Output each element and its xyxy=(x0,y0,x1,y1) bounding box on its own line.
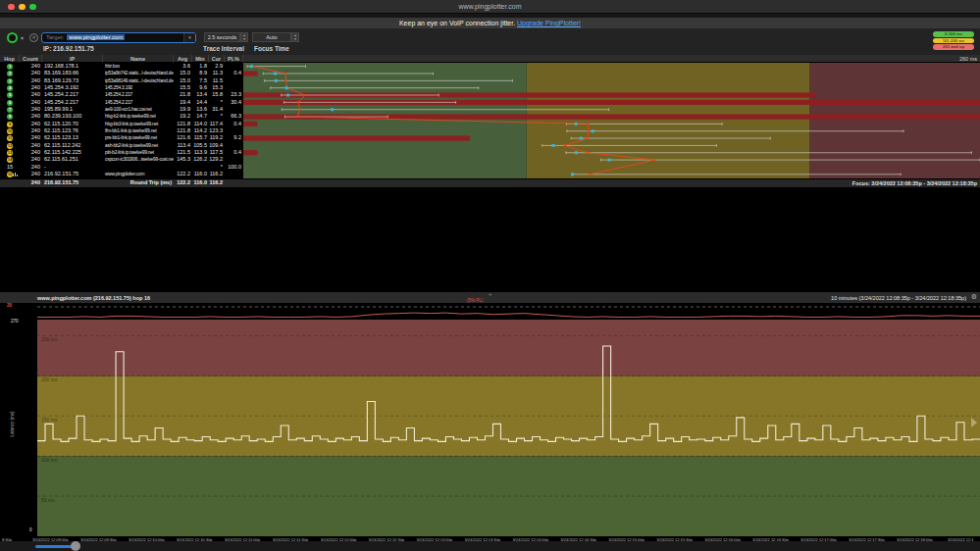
avg-cell: 19.9 xyxy=(174,106,192,113)
target-dropdown-icon[interactable]: ▾ xyxy=(183,33,195,42)
hop-latency-graph[interactable] xyxy=(243,63,980,178)
min-cell: 1.8 xyxy=(192,63,209,70)
table-row[interactable]: 6240145.254.2.217145.254.2.21719.414.4*3… xyxy=(0,99,243,106)
table-row[interactable]: 324083.169.129.73ip53a98149.static...l-d… xyxy=(0,77,243,84)
count-cell: 240 xyxy=(20,149,42,156)
column-header-avg: Avg xyxy=(174,55,192,63)
table-row[interactable]: 1240192.168.178.1fritz.box3.61.82.9 xyxy=(0,63,243,70)
hop-badge: 7 xyxy=(7,107,13,113)
count-cell: 240 xyxy=(20,77,42,84)
count-cell: 240 xyxy=(20,164,42,171)
cur-cell: 116.2 xyxy=(209,171,225,177)
pl-line-label: (5% PL) xyxy=(467,298,483,303)
table-row[interactable]: 5240145.254.2.217145.254.2.21721.813.415… xyxy=(0,91,243,98)
focus-time-label: Focus Time xyxy=(248,45,295,52)
table-row[interactable]: 1224062.115.112.242ash-bb2-link.ip.twelv… xyxy=(0,142,243,149)
hop-cell: 1 xyxy=(0,63,20,70)
avg-cell: 121.8 xyxy=(174,121,192,127)
status-bar: 240 216.92.151.75 Round Trip (ms) 122.2 … xyxy=(0,178,980,187)
hop-graph-header: 260 ms xyxy=(243,55,980,63)
pl-cell: 66.3 xyxy=(225,113,243,120)
avg-cell: 19.4 xyxy=(174,99,192,106)
target-value[interactable]: www.pingplotter.com xyxy=(67,34,125,40)
roundtrip-avg: 122.2 xyxy=(174,179,192,187)
name-cell: ip53a9b742.static...l-deutschland.de xyxy=(103,70,174,76)
name-cell: 145.254.2.217 xyxy=(103,91,174,98)
avg-cell: 121.5 xyxy=(174,149,192,156)
table-header: HopCountIPNameAvgMinCurPL% xyxy=(0,55,243,63)
column-header-name: Name xyxy=(103,55,174,63)
roundtrip-min: 116.0 xyxy=(192,179,209,187)
min-cell: 114.0 xyxy=(192,121,209,127)
round-trip-row: 240 216.92.151.75 Round Trip (ms) 122.2 … xyxy=(0,179,243,187)
target-input[interactable]: Target: www.pingplotter.com ▾ xyxy=(41,32,196,43)
ip-cell: 62.115.112.242 xyxy=(42,142,103,149)
table-row[interactable]: 7240195.89.99.1ae9-100-xcr1.hac.cw.net19… xyxy=(0,106,243,113)
hop-cell: 9 xyxy=(0,121,20,127)
count-cell: 240 xyxy=(20,91,42,98)
splitter-handle-icon[interactable]: + xyxy=(489,291,492,297)
timeline-scrollbar[interactable] xyxy=(0,541,980,551)
count-cell: 240 xyxy=(20,113,42,120)
legend-pill: 0-100 ms xyxy=(933,31,974,37)
scrollbar-thumb[interactable] xyxy=(71,541,80,551)
hop-cell: 14 xyxy=(0,156,20,163)
ip-cell: 195.89.99.1 xyxy=(42,106,103,113)
pl-cell xyxy=(225,142,243,149)
cur-cell: 129.2 xyxy=(209,156,225,163)
pl-cell xyxy=(225,77,243,84)
hop-cell: 16 xyxy=(0,171,20,177)
avg-cell: 113.4 xyxy=(174,142,192,149)
name-cell: fritz.box xyxy=(103,63,174,70)
column-header-pl: PL% xyxy=(225,55,243,63)
table-row[interactable]: 1424062.115.61.251cspcon-ic301906...twel… xyxy=(0,156,243,163)
min-cell: 13.4 xyxy=(192,91,209,98)
scrollbar-fill[interactable] xyxy=(35,545,73,549)
chevron-down-icon[interactable]: ▾ xyxy=(21,34,24,41)
cur-cell: * xyxy=(209,113,225,120)
upgrade-link[interactable]: Upgrade PingPlotter! xyxy=(517,20,581,26)
column-header-cur: Cur xyxy=(209,55,225,63)
table-row[interactable]: 15240-*100.0 xyxy=(0,164,243,171)
gear-icon[interactable]: ⚙ xyxy=(971,293,977,301)
start-trace-button[interactable] xyxy=(7,32,18,43)
upgrade-banner: Keep an eye on VoIP connection jitter. U… xyxy=(0,18,980,28)
clear-target-icon[interactable]: ✕ xyxy=(29,33,38,42)
cur-cell: 117.5 xyxy=(209,149,225,156)
cur-cell: 2.9 xyxy=(209,63,225,70)
roundtrip-ip: 216.92.151.75 xyxy=(42,179,103,187)
hop-cell: 6 xyxy=(0,99,20,106)
hop-badge: 6 xyxy=(7,100,13,106)
cur-cell: 15.8 xyxy=(209,91,225,98)
table-row[interactable]: 1324062.115.142.225pitt-b2-link.ip.twelv… xyxy=(0,149,243,156)
table-row[interactable]: 224083.169.183.66ip53a9b742.static...l-d… xyxy=(0,70,243,76)
count-cell: 240 xyxy=(20,134,42,141)
trace-interval-stepper[interactable]: ▲▼ xyxy=(240,32,248,42)
packet-loss-strip[interactable] xyxy=(37,303,980,320)
name-cell xyxy=(103,164,174,171)
table-row[interactable]: 16240216.92.151.75www.pingplotter.com122… xyxy=(0,171,243,177)
table-row[interactable]: 4240145.254.3.192145.254.3.19215.59.615.… xyxy=(0,84,243,91)
ip-cell: 62.115.142.225 xyxy=(42,149,103,156)
focus-time-stepper[interactable]: ▲▼ xyxy=(291,32,299,42)
focus-time-input[interactable]: Auto xyxy=(252,32,291,42)
cur-cell: 123.3 xyxy=(209,127,225,134)
name-cell: www.pingplotter.com xyxy=(103,171,174,177)
cur-cell: 11.3 xyxy=(209,70,225,76)
legend-pill: 101-200 ms xyxy=(933,38,974,44)
trace-interval-input[interactable]: 2.5 seconds xyxy=(204,32,240,42)
hop-cell: 5 xyxy=(0,91,20,98)
min-cell: 116.0 xyxy=(192,171,209,177)
column-header-ip: IP xyxy=(42,55,103,63)
svg-text:150 ms: 150 ms xyxy=(41,417,58,423)
table-row[interactable]: 924062.115.120.70hbg-bb3-link.ip.twelve9… xyxy=(0,121,243,127)
hop-badge: 10 xyxy=(7,128,13,134)
name-cell: ash-bb2-link.ip.twelve99.net xyxy=(103,142,174,149)
min-cell: 9.6 xyxy=(192,84,209,91)
table-row[interactable]: 824080.239.193.100hbg-b2-link.ip.twelve9… xyxy=(0,113,243,120)
y-axis-zero-label: 0 xyxy=(29,527,32,532)
table-row[interactable]: 1024062.115.123.76ffm-bb1-link.ip.twelve… xyxy=(0,127,243,134)
ip-address: IP: 216.92.151.75 xyxy=(43,45,198,52)
table-row[interactable]: 1124062.115.123.13prs-bb1-link.ip.twelve… xyxy=(0,134,243,141)
latency-timeline-plot[interactable]: 50 ms100 ms150 ms200 ms250 ms xyxy=(37,320,980,536)
